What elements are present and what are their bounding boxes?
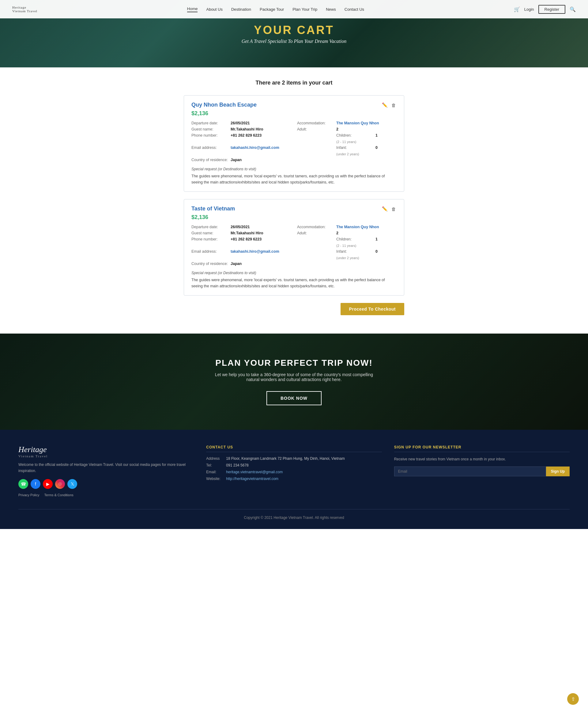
newsletter-input[interactable] — [394, 466, 546, 476]
departure-value-1: 26/05/2021 — [231, 121, 250, 125]
phone-label-1: Phone number: — [191, 133, 228, 138]
whatsapp-icon[interactable]: ☎ — [18, 479, 28, 489]
guest-name-row-1: Guest name: Mr.Takahashi Hiro — [191, 127, 291, 131]
footer-description: Welcome to the official website of Herit… — [18, 462, 194, 474]
card-price-1: $2,136 — [191, 110, 397, 117]
footer-email-row: Email: heritage.vietnamtravel@gmail.com — [206, 470, 382, 474]
infant-value-1: 0 — [376, 146, 378, 150]
newsletter-desc: Receive new travel stories from Vietnam … — [394, 456, 570, 462]
newsletter-title: SIGN UP FOR OUR NEWSLETTER — [394, 445, 570, 452]
privacy-policy-link[interactable]: Privacy Policy — [18, 493, 39, 497]
nav-about[interactable]: About Us — [206, 7, 222, 12]
edit-button-2[interactable]: ✏️ — [381, 206, 388, 212]
cart-item-1: Quy Nhon Beach Escape ✏️ 🗑 $2,136 Depart… — [184, 95, 404, 192]
tel-label: Tel: — [206, 463, 223, 467]
social-icons: ☎ f ▶ ☉ 𝕏 — [18, 479, 194, 489]
email-value-1: takahashi.hiro@gmail.com — [231, 146, 279, 150]
children-row-1: Children: 1 (2 - 11 years) — [297, 133, 397, 144]
children-note-2: (2 - 11 years) — [336, 244, 356, 248]
adult-label-2: Adult: — [297, 231, 334, 235]
accommodation-value-2: The Mansion Quy Nhon — [336, 225, 379, 229]
hero-subtitle: Get A Travel Specialist To Plan Your Dre… — [241, 39, 347, 44]
book-now-button[interactable]: BOOK NOW — [267, 391, 321, 405]
footer-email-value: heritage.vietnamtravel@gmail.com — [226, 470, 283, 474]
adult-row-1: Adult: 2 — [297, 127, 397, 131]
nav-destination[interactable]: Destination — [231, 7, 251, 12]
infant-value-2: 0 — [376, 249, 378, 254]
youtube-icon[interactable]: ▶ — [43, 479, 53, 489]
footer-grid: Heritage Vietnam Travel Welcome to the o… — [18, 445, 570, 497]
guest-value-1: Mr.Takahashi Hiro — [231, 127, 264, 131]
website-value: http://heritagevietnamtravel.com — [226, 477, 278, 481]
infant-note-1: (under 2 years) — [336, 152, 359, 156]
guest-label-1: Guest name: — [191, 127, 228, 131]
website-link[interactable]: http://heritagevietnamtravel.com — [226, 477, 278, 481]
hero-title: YOUR CART — [254, 24, 334, 37]
tel-value: 091 234 5678 — [226, 463, 248, 467]
country-value-2: Japan — [231, 261, 241, 266]
footer-website-row: Website: http://heritagevietnamtravel.co… — [206, 477, 382, 481]
delete-button-1[interactable]: 🗑 — [391, 102, 397, 108]
departure-label-2: Departure date: — [191, 225, 228, 229]
email-row-1: Email address: takahashi.hiro@gmail.com — [191, 146, 291, 156]
email-label-2: Email address: — [191, 249, 228, 254]
special-request-text-2: The guides were phenomenal, more 'local … — [191, 277, 397, 289]
children-value-2: 1 — [376, 237, 378, 241]
accommodation-label-1: Accommodation: — [297, 121, 334, 125]
country-label-2: Country of residence: — [191, 261, 228, 266]
accommodation-row-2: Accommodation: The Mansion Quy Nhon — [297, 225, 397, 229]
footer-tel-row: Tel: 091 234 5678 — [206, 463, 382, 467]
guest-label-2: Guest name: — [191, 231, 228, 235]
special-request-label-2: Special request (or Destinations to visi… — [191, 271, 397, 275]
country-value-1: Japan — [231, 158, 241, 162]
infant-label-2: Infant: — [336, 249, 373, 254]
register-button[interactable]: Register — [539, 5, 565, 14]
address-label: Address — [206, 456, 223, 461]
country-label-1: Country of residence: — [191, 158, 228, 162]
adult-label-1: Adult: — [297, 127, 334, 131]
infant-note-2: (under 2 years) — [336, 256, 359, 260]
nav-package-tour[interactable]: Package Tour — [260, 7, 284, 12]
nav-home[interactable]: Home — [187, 6, 198, 12]
header-actions: 🛒 Login Register 🔍 — [514, 5, 576, 14]
departure-label-1: Departure date: — [191, 121, 228, 125]
nav-plan-trip[interactable]: Plan Your Trip — [292, 7, 317, 12]
search-icon[interactable]: 🔍 — [570, 6, 576, 12]
phone-value-2: +81 262 829 6223 — [231, 237, 261, 241]
footer-col-contact: CONTACT US Address 18 Floor, Keangnam La… — [206, 445, 382, 497]
special-request-text-1: The guides were phenomenal, more 'local … — [191, 173, 397, 185]
country-row-2: Country of residence: Japan — [191, 261, 291, 266]
departure-value-2: 26/05/2021 — [231, 225, 250, 229]
edit-button-1[interactable]: ✏️ — [381, 102, 388, 108]
delete-button-2[interactable]: 🗑 — [391, 206, 397, 212]
footer-logo-line1: Heritage — [18, 445, 46, 454]
footer-logo: Heritage Vietnam Travel — [18, 445, 194, 458]
nav-news[interactable]: News — [326, 7, 336, 12]
facebook-icon[interactable]: f — [30, 479, 40, 489]
newsletter-form: Sign Up — [394, 466, 570, 476]
footer-links: Privacy Policy Terms & Conditions — [18, 493, 194, 497]
instagram-icon[interactable]: ☉ — [55, 479, 65, 489]
card-title-1: Quy Nhon Beach Escape — [191, 102, 257, 108]
plan-section: PLAN YOUR PERFECT TRIP NOW! Let we help … — [0, 334, 588, 430]
twitter-icon[interactable]: 𝕏 — [67, 479, 77, 489]
terms-link[interactable]: Terms & Conditions — [44, 493, 73, 497]
cart-icon[interactable]: 🛒 — [514, 6, 520, 12]
adult-value-2: 2 — [336, 231, 338, 235]
departure-date-row-1: Departure date: 26/05/2021 — [191, 121, 291, 125]
footer: Heritage Vietnam Travel Welcome to the o… — [0, 430, 588, 529]
accommodation-row-1: Accommodation: The Mansion Quy Nhon — [297, 121, 397, 125]
card-actions-1: ✏️ 🗑 — [381, 102, 397, 108]
login-button[interactable]: Login — [524, 7, 534, 12]
phone-row-1: Phone number: +81 262 829 6223 — [191, 133, 291, 144]
checkout-button[interactable]: Proceed To Checkout — [340, 303, 404, 315]
nav-contact[interactable]: Contact Us — [344, 7, 364, 12]
main-nav: Home About Us Destination Package Tour P… — [187, 6, 364, 12]
address-value: 18 Floor, Keangnam Landmark 72 Pham Hung… — [226, 456, 344, 461]
guest-value-2: Mr.Takahashi Hiro — [231, 231, 264, 235]
country-row-1: Country of residence: Japan — [191, 158, 291, 162]
footer-col-newsletter: SIGN UP FOR OUR NEWSLETTER Receive new t… — [394, 445, 570, 497]
footer-col-brand: Heritage Vietnam Travel Welcome to the o… — [18, 445, 194, 497]
footer-email-link[interactable]: heritage.vietnamtravel@gmail.com — [226, 470, 283, 474]
newsletter-signup-button[interactable]: Sign Up — [546, 466, 570, 476]
